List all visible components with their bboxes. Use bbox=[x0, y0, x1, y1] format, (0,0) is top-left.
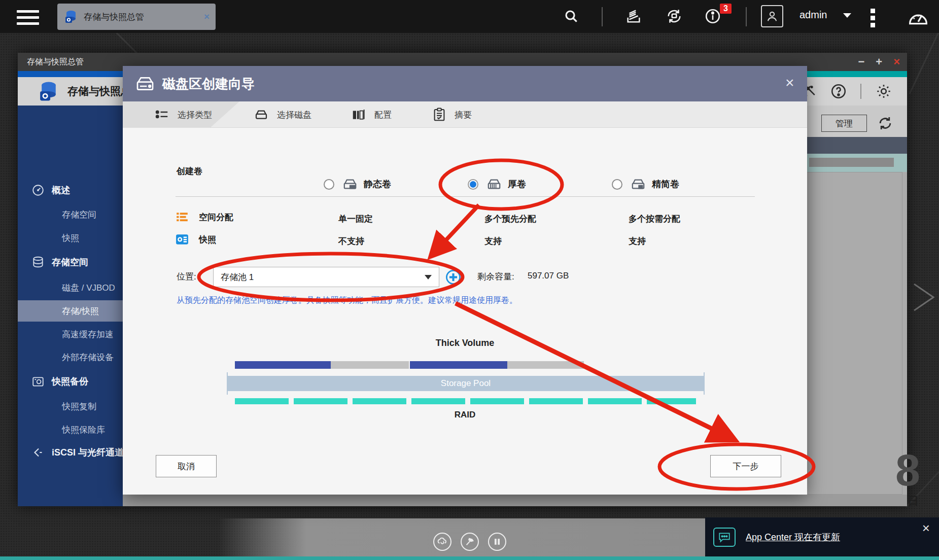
bars-config-icon bbox=[351, 108, 366, 121]
radio-static-volume[interactable]: 静态卷 bbox=[324, 176, 391, 193]
add-storage-pool-button[interactable] bbox=[445, 269, 462, 286]
storage-pool-select[interactable]: 存储池 1 bbox=[213, 267, 439, 287]
chevron-down-icon bbox=[425, 275, 432, 279]
sidebar-item-external-storage[interactable]: 外部存储设备 bbox=[18, 346, 123, 368]
settings-gear-icon[interactable] bbox=[875, 82, 893, 100]
app-center-update-link[interactable]: App Center 现在有更新 bbox=[746, 531, 840, 543]
list-type-icon bbox=[154, 107, 169, 122]
storage-pool-selected-value: 存储池 1 bbox=[221, 271, 254, 283]
manage-button[interactable]: 管理 bbox=[821, 115, 867, 132]
capacity-bar bbox=[809, 158, 894, 167]
dialog-close-icon[interactable]: × bbox=[785, 75, 794, 90]
help-icon[interactable] bbox=[830, 83, 847, 100]
database-icon bbox=[31, 256, 45, 269]
screen: 存储与快照总管 × 3 bbox=[0, 0, 939, 560]
next-button[interactable]: 下一步 bbox=[710, 455, 781, 477]
sidebar-item-label: 存储空间 bbox=[62, 209, 96, 221]
more-options-icon[interactable] bbox=[871, 6, 875, 30]
thick-volume-icon bbox=[485, 177, 503, 191]
refresh-icon[interactable] bbox=[877, 115, 894, 132]
sidebar-item-cache-acceleration[interactable]: 高速缓存加速 bbox=[18, 324, 123, 345]
sidebar-item-snapshot-backup[interactable]: 快照备份 bbox=[18, 371, 123, 392]
chevron-down-icon[interactable] bbox=[843, 13, 851, 18]
sidebar-item-label: 磁盘 / VJBOD bbox=[62, 282, 115, 294]
storage-pool-band: Storage Pool bbox=[228, 376, 704, 391]
sidebar-item-snapshot-replica[interactable]: 快照复制 bbox=[18, 396, 123, 417]
iscsi-link-icon bbox=[31, 446, 45, 459]
device-sync-icon[interactable] bbox=[666, 8, 683, 25]
search-icon[interactable] bbox=[563, 8, 579, 24]
sidebar-item-storage[interactable]: 存储空间 bbox=[18, 252, 123, 273]
topbar-divider bbox=[602, 7, 603, 26]
volume-used-bar bbox=[410, 361, 507, 369]
radio-label: 静态卷 bbox=[364, 178, 391, 190]
cloud-sync-icon[interactable] bbox=[433, 533, 451, 551]
storage-snapshot-app-icon bbox=[37, 80, 60, 103]
radio-thick-volume[interactable]: 厚卷 bbox=[468, 176, 526, 193]
resource-monitor-icon[interactable] bbox=[907, 6, 929, 26]
radio-thin-volume[interactable]: 精简卷 bbox=[612, 176, 679, 193]
background-text-fragment: 8 bbox=[895, 444, 920, 496]
bottom-accent-strip bbox=[0, 556, 939, 560]
clipboard-summary-icon bbox=[432, 107, 446, 122]
sidebar-item-disks-vjbod[interactable]: 磁盘 / VJBOD bbox=[18, 277, 123, 298]
app-center-notification[interactable]: App Center 现在有更新 × bbox=[705, 517, 939, 556]
close-icon[interactable]: × bbox=[893, 55, 900, 68]
raid-segment bbox=[353, 398, 406, 404]
step-configure: 配置 bbox=[351, 101, 392, 128]
raid-segment bbox=[470, 398, 524, 404]
notification-badge: 3 bbox=[720, 4, 732, 14]
main-menu-icon[interactable] bbox=[17, 7, 39, 28]
sidebar-item-label: 快照保险库 bbox=[62, 424, 105, 436]
step-label: 选择类型 bbox=[178, 109, 212, 121]
background-tasks-icon[interactable] bbox=[625, 8, 642, 25]
step-summary: 摘要 bbox=[432, 101, 472, 128]
remaining-capacity-value: 597.07 GB bbox=[528, 271, 569, 281]
sidebar-item-snapshot-overview[interactable]: 快照 bbox=[18, 227, 123, 249]
sidebar-item-label: 外部存储设备 bbox=[62, 352, 114, 363]
feature-value: 多个按需分配 bbox=[629, 213, 680, 225]
raid-segment bbox=[588, 398, 642, 404]
wizard-steps: 选择类型 选择磁盘 配置 bbox=[123, 101, 807, 128]
feature-label: 空间分配 bbox=[199, 212, 233, 223]
notifications-info-icon[interactable] bbox=[704, 8, 721, 25]
radio-icon-selected[interactable] bbox=[468, 179, 478, 190]
storage-pool-band-label: Storage Pool bbox=[441, 378, 491, 389]
raid-segment bbox=[235, 398, 289, 404]
volume-used-bar bbox=[235, 361, 331, 369]
cancel-button[interactable]: 取消 bbox=[156, 455, 217, 477]
sidebar-item-storage-snapshots[interactable]: 存储/快照 bbox=[18, 300, 123, 322]
hammer-icon[interactable] bbox=[461, 533, 479, 551]
raid-segment bbox=[294, 398, 347, 404]
sidebar-item-iscsi[interactable]: iSCSI 与光纤通道 bbox=[18, 442, 123, 463]
user-profile-icon[interactable] bbox=[761, 5, 783, 27]
sidebar-item-storage-space-overview[interactable]: 存储空间 bbox=[18, 204, 123, 225]
camera-icon bbox=[31, 375, 45, 388]
admin-menu-label[interactable]: admin bbox=[799, 9, 827, 21]
feature-value: 支持 bbox=[629, 235, 646, 247]
maximize-icon[interactable]: + bbox=[876, 55, 882, 68]
sidebar-item-label: 存储空间 bbox=[52, 256, 88, 268]
radio-icon[interactable] bbox=[612, 179, 622, 190]
feature-value: 不支持 bbox=[338, 235, 364, 247]
dialog-title: 磁盘区创建向导 bbox=[162, 75, 255, 93]
notification-close-icon[interactable]: × bbox=[922, 520, 930, 536]
step-select-type: 选择类型 bbox=[154, 101, 212, 128]
sidebar-item-label: 存储/快照 bbox=[62, 305, 99, 317]
app-tab[interactable]: 存储与快照总管 × bbox=[57, 4, 216, 30]
feature-row-snapshot: 快照 bbox=[176, 233, 216, 246]
disk-volume-icon bbox=[135, 75, 155, 92]
feature-value: 单一固定 bbox=[338, 213, 373, 225]
tab-close-icon[interactable]: × bbox=[204, 11, 210, 22]
sidebar-item-snapshot-vault[interactable]: 快照保险库 bbox=[18, 419, 123, 440]
toolbar-divider bbox=[860, 84, 861, 99]
thick-volume-hint-text: 从预先分配的存储池空间创建厚卷。具备快照等功能，而且扩展方便。建议常规用途使用厚… bbox=[177, 295, 517, 306]
sidebar-item-overview[interactable]: 概述 bbox=[18, 180, 123, 201]
topbar-divider bbox=[746, 7, 747, 26]
disk-icon bbox=[254, 108, 269, 121]
radio-icon[interactable] bbox=[324, 179, 334, 190]
pause-icon[interactable] bbox=[488, 533, 506, 551]
window-footer bbox=[123, 495, 907, 506]
step-label: 选择磁盘 bbox=[277, 109, 311, 121]
minimize-icon[interactable]: − bbox=[858, 55, 864, 68]
